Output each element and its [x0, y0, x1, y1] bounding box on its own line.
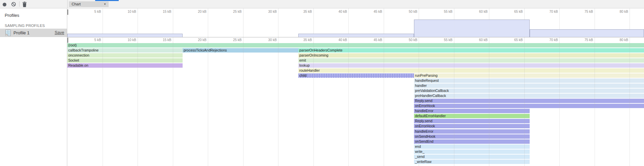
flame-frame[interactable]: lookup [298, 63, 644, 68]
gridline [243, 8, 243, 37]
tick-label: 45 kB [362, 38, 382, 42]
frame-label: Reply.send [415, 119, 432, 123]
delete-profile-button[interactable] [22, 2, 27, 8]
frame-label: emit [299, 58, 306, 62]
gridline [595, 37, 595, 43]
flame-frame[interactable]: child [298, 73, 414, 78]
tick-label: 30 kB [257, 38, 277, 42]
tick-label: 45 kB [362, 10, 382, 13]
gridline [208, 37, 208, 43]
frame-label: Readable.on [68, 63, 88, 67]
frame-label: callbackTrampoline [68, 48, 99, 52]
gridline [348, 8, 349, 37]
gridline [138, 8, 138, 37]
sidebar-item-profile-1[interactable]: % Profile 1 Save [0, 29, 67, 37]
scrollbar-thumb[interactable] [67, 38, 68, 43]
gridline [630, 37, 630, 43]
flame-frame[interactable]: preHandlerCallback [414, 94, 644, 98]
overview-segment [67, 34, 183, 37]
gridline [173, 37, 173, 43]
flame-frame[interactable]: onErrorHook [414, 104, 644, 108]
flame-frame[interactable]: onSendHook [414, 134, 530, 139]
gridline [278, 43, 278, 166]
flame-frame[interactable]: onSendEnd [414, 139, 530, 144]
view-mode-select[interactable]: Chart ▼ [69, 1, 109, 7]
flame-frame[interactable]: parserOnIncoming [298, 53, 644, 58]
flame-frame[interactable]: onErrorHook [414, 124, 530, 128]
tick-label: 20 kB [186, 38, 206, 42]
flame-frame[interactable]: onconnection [67, 53, 183, 58]
frame-label: Reply.send [415, 99, 432, 103]
flame-frame[interactable]: write_ [414, 150, 530, 154]
tick-label: 75 kB [573, 38, 593, 42]
gridline [208, 43, 208, 166]
flame-frame[interactable]: _send [414, 155, 530, 159]
profile-name: Profile 1 [13, 29, 30, 37]
gridline [489, 37, 489, 43]
gridline [208, 8, 208, 37]
frame-label: _writeRaw [415, 160, 431, 164]
flame-chart-ruler: 5 kB10 kB15 kB20 kB25 kB30 kB35 kB40 kB4… [67, 37, 644, 43]
flame-frame[interactable]: Socket [67, 58, 183, 63]
flame-frame[interactable]: end [414, 144, 530, 149]
save-profile-link[interactable]: Save [55, 29, 65, 37]
flame-frame[interactable]: Readable.on [67, 63, 183, 68]
frame-label: routeHandler [299, 68, 320, 72]
sidebar-heading: Profiles [5, 13, 19, 18]
tick-label: 70 kB [538, 38, 558, 42]
flame-frame[interactable]: callbackTrampoline [67, 48, 183, 53]
frame-label: Socket [68, 58, 79, 62]
flame-frame[interactable]: handleError [414, 129, 530, 134]
gridline [278, 8, 278, 37]
gridline [419, 37, 419, 43]
flame-frame[interactable]: emit [298, 58, 644, 63]
clear-profiles-button[interactable] [11, 2, 16, 8]
frame-label: runPreParsing [415, 73, 438, 77]
flame-frame[interactable]: preValidationCallback [414, 89, 644, 93]
tick-label: 60 kB [467, 10, 488, 13]
flame-frame[interactable]: handleRequest [414, 78, 644, 83]
tick-label: 40 kB [327, 10, 347, 13]
frame-label: preValidationCallback [415, 89, 449, 93]
gridline [278, 37, 278, 43]
tick-label: 80 kB [608, 38, 628, 42]
scrollbar-thumb[interactable] [67, 9, 68, 15]
flame-frame[interactable]: (root) [67, 43, 644, 47]
frame-label: handleError [415, 129, 433, 133]
flame-frame[interactable]: handleError [414, 109, 530, 113]
svg-text:%: % [6, 34, 8, 36]
gridline [454, 37, 454, 43]
flame-frame[interactable]: handler [414, 84, 644, 88]
clear-icon [11, 3, 16, 8]
flame-chart-area: 5 kB10 kB15 kB20 kB25 kB30 kB35 kB40 kB4… [67, 8, 644, 166]
flame-frame[interactable]: defaultErrorHandler [414, 114, 530, 118]
gridline [243, 43, 243, 166]
flame-frame[interactable]: _writeRaw [414, 160, 530, 164]
tick-label: 65 kB [503, 10, 523, 13]
allocation-overview[interactable]: 5 kB10 kB15 kB20 kB25 kB30 kB35 kB40 kB4… [67, 8, 644, 37]
flame-frame[interactable]: Reply.send [414, 119, 530, 123]
gridline [313, 37, 314, 43]
gridline [384, 8, 384, 37]
frame-label: handleRequest [415, 78, 439, 82]
flame-frame[interactable]: runPreParsing [414, 73, 644, 78]
flame-frame[interactable]: parserOnHeadersComplete [298, 48, 644, 53]
flame-frame[interactable]: routeHandler [298, 68, 644, 73]
flame-chart-rows: (root)callbackTrampolineprocessTicksAndR… [67, 43, 644, 166]
tick-label: 15 kB [151, 10, 172, 13]
panel-divider [67, 0, 68, 8]
tick-label: 50 kB [397, 10, 417, 13]
flame-frame[interactable]: processTicksAndRejections [183, 48, 298, 53]
tick-label: 5 kB [81, 38, 101, 42]
frame-label: preHandlerCallback [415, 94, 446, 98]
record-button[interactable] [3, 2, 7, 6]
tick-label: 15 kB [151, 38, 172, 42]
gridline [243, 37, 243, 43]
profile-document-icon: % [5, 30, 11, 37]
view-mode-value: Chart [72, 1, 81, 7]
tick-label: 35 kB [292, 10, 312, 13]
frame-label: onSendEnd [415, 139, 433, 143]
flame-frame[interactable]: Reply.send [414, 99, 644, 103]
frame-label: onconnection [68, 53, 89, 57]
frame-label: child [299, 73, 307, 77]
